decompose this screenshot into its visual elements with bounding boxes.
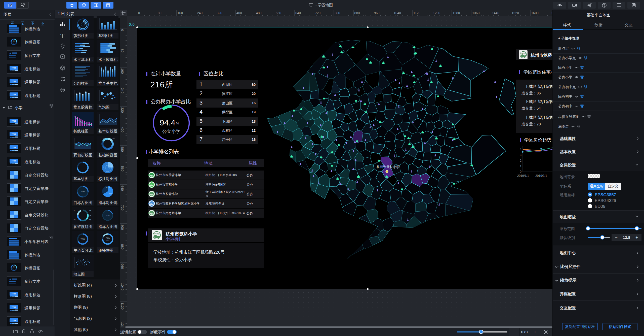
svg-text:杭州市天长小学: 杭州市天长小学 — [377, 165, 399, 169]
svg-text:TITLE: TITLE — [12, 94, 16, 95]
svg-text:T3: T3 — [89, 219, 91, 221]
svg-text:Type.1: Type.1 — [12, 42, 16, 44]
svg-text:TITLE: TITLE — [12, 80, 16, 82]
svg-text:Type.1: Type.1 — [12, 268, 16, 270]
svg-text:A: A — [9, 52, 11, 55]
svg-text:2019/1/1: 2019/1/1 — [517, 174, 529, 178]
svg-text:公立小学: 公立小学 — [162, 129, 180, 134]
svg-text:TITLE: TITLE — [12, 120, 16, 122]
svg-text:13%: 13% — [112, 138, 115, 140]
svg-text:竹未成荫: 竹未成荫 — [154, 233, 160, 235]
svg-text:%: % — [176, 121, 179, 126]
svg-text:70: 70 — [13, 40, 15, 42]
svg-text:70%: 70% — [106, 237, 110, 239]
svg-text:0: 0 — [520, 170, 521, 174]
svg-text:TITLE: TITLE — [12, 147, 16, 148]
svg-text:1: 1 — [520, 164, 521, 168]
svg-text:T5: T5 — [89, 210, 91, 212]
svg-text:TITLE: TITLE — [12, 306, 16, 308]
svg-text:T4: T4 — [89, 215, 91, 216]
svg-text:70%: 70% — [80, 238, 85, 241]
svg-text:3: 3 — [520, 153, 521, 157]
svg-text:TITLE: TITLE — [12, 320, 16, 321]
svg-text:T1: T1 — [74, 210, 76, 212]
svg-text:TITLE: TITLE — [12, 67, 16, 69]
svg-text:70: 70 — [13, 266, 15, 268]
svg-text:2019/3/1: 2019/3/1 — [535, 174, 547, 178]
svg-text:TITLE: TITLE — [12, 160, 16, 162]
svg-text:75%: 75% — [109, 193, 112, 195]
svg-text:竹未成荫: 竹未成荫 — [521, 53, 526, 54]
svg-text:25%: 25% — [106, 186, 110, 188]
svg-text:4: 4 — [520, 148, 521, 151]
svg-text:35.8%: 35.8% — [81, 191, 85, 192]
svg-text:22%: 22% — [103, 138, 106, 140]
svg-text:TITLE: TITLE — [12, 293, 16, 295]
svg-text:Type..1: Type..1 — [106, 240, 110, 241]
svg-text:T2: T2 — [74, 219, 76, 221]
svg-text:2: 2 — [520, 159, 521, 162]
svg-text:TITLE: TITLE — [12, 133, 16, 135]
svg-text:94.4: 94.4 — [160, 118, 175, 127]
svg-text:26.8%: 26.8% — [106, 215, 110, 216]
svg-text:A: A — [9, 278, 11, 281]
